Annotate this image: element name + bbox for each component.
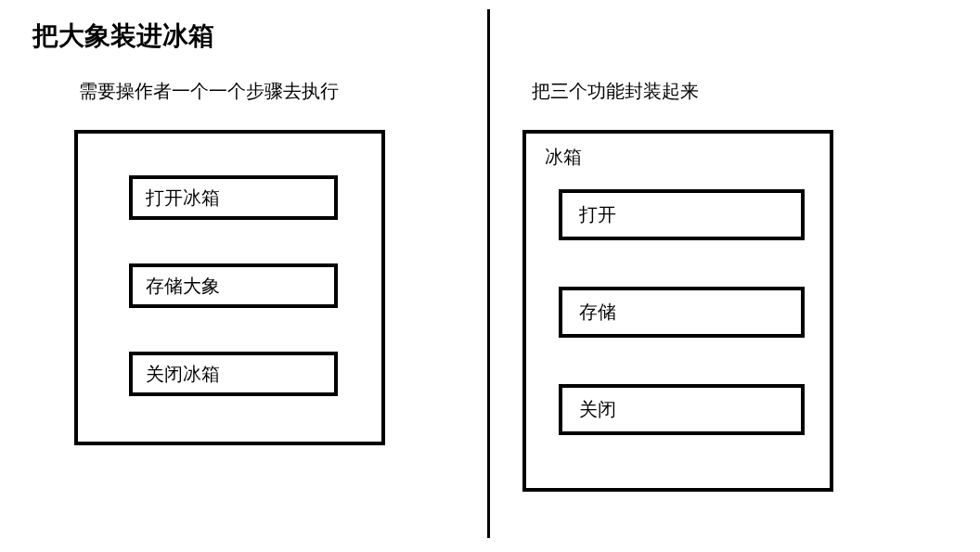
left-step-2: 存储大象 <box>129 263 338 308</box>
left-subtitle: 需要操作者一个一个步骤去执行 <box>79 79 339 104</box>
right-step-1: 打开 <box>559 189 805 240</box>
left-step-3: 关闭冰箱 <box>129 352 338 396</box>
left-step-1: 打开冰箱 <box>129 175 338 220</box>
right-box-label: 冰箱 <box>545 145 582 170</box>
right-step-2: 存储 <box>559 287 805 338</box>
diagram-title: 把大象装进冰箱 <box>32 19 214 54</box>
vertical-divider <box>487 9 490 538</box>
right-subtitle: 把三个功能封装起来 <box>532 79 699 104</box>
left-outer-box: 打开冰箱 存储大象 关闭冰箱 <box>74 130 385 445</box>
right-step-3: 关闭 <box>559 384 805 435</box>
right-outer-box: 冰箱 打开 存储 关闭 <box>522 130 833 492</box>
